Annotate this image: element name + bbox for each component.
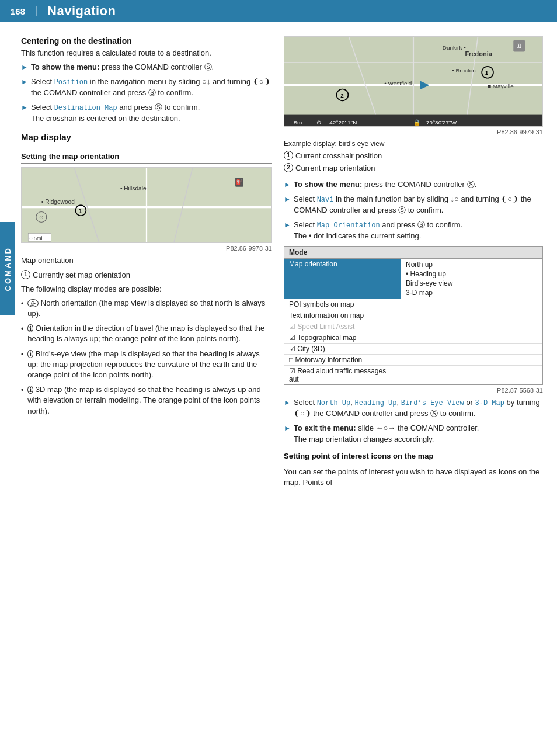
svg-text:42°20' 1"N: 42°20' 1"N (329, 119, 357, 126)
right-item-1: 1 Current crosshair position (284, 151, 543, 161)
right-bullet-exit-text: To exit the menu: slide ←○→ the COMAND c… (294, 423, 543, 444)
mode-read-aloud[interactable]: ☑ Read aloud traffic messages aut (284, 366, 401, 384)
header-bar: 168 Navigation (0, 0, 557, 22)
poi-heading: Setting point of interest icons on the m… (284, 452, 543, 463)
mode-motorway[interactable]: □ Motorway information (284, 355, 401, 365)
mode-menu-row-7: □ Motorway information (284, 355, 542, 366)
section-poi: Setting point of interest icons on the m… (284, 452, 543, 488)
mode-right-empty-7 (401, 355, 542, 365)
right-bullet-menu-text: To show the menu: press the COMAND contr… (294, 179, 543, 190)
circle-num-1: 1 (21, 270, 30, 279)
map-svg-2: Fredonia Dunkirk • • Brocton • Westfield… (284, 37, 542, 127)
svg-text:⛽: ⛽ (236, 179, 243, 186)
mode-menu: Mode Map orientation North up • Heading … (284, 246, 543, 385)
mode-right-col: North up • Heading up Bird's-eye view 3-… (401, 259, 542, 299)
mode-right-empty-8 (401, 366, 542, 384)
bullet-select-position: ► Select Position in the navigation menu… (21, 77, 272, 98)
left-column: Centering on the destination This functi… (21, 36, 272, 491)
mode-right-empty-5 (401, 332, 542, 343)
bullet-select-position-text: Select Position in the navigation menu b… (31, 77, 272, 98)
page-number: 168 (11, 6, 37, 16)
right-bullet-select-north: ► Select North Up, Heading Up, Bird’s Ey… (284, 397, 543, 419)
mode-right-empty-6 (401, 344, 542, 354)
right-bullet-select-north-text: Select North Up, Heading Up, Bird’s Eye … (294, 397, 543, 419)
map-orientation-subheading: Setting the map orientation (21, 152, 272, 164)
circle-num-r1: 1 (284, 151, 293, 160)
right-item-2-text: Current map orientation (295, 163, 375, 174)
arrow-r1: ► (284, 180, 291, 190)
circle-num-r2: 2 (284, 163, 293, 172)
mode-menu-row-2: POI symbols on map (284, 299, 542, 310)
orient-item-1-text: Currently set map orientation (33, 270, 130, 280)
svg-text:1: 1 (79, 208, 82, 214)
svg-text:0.5mi: 0.5mi (30, 235, 43, 241)
section-centering: Centering on the destination This functi… (21, 36, 272, 124)
dot-north-text: ⌮ North orientation (the map view is dis… (27, 298, 272, 319)
right-item-2: 2 Current map orientation (284, 163, 543, 174)
right-column: Fredonia Dunkirk • • Brocton • Westfield… (284, 36, 543, 491)
right-bullet-navi-text: Select Navi in the main function bar by … (294, 194, 543, 216)
mode-3d: 3-D map (406, 288, 538, 297)
svg-text:5m: 5m (294, 119, 302, 126)
bullet-select-destmap: ► Select Destination Map and press Ⓢ to … (21, 102, 272, 124)
svg-text:2: 2 (340, 92, 344, 99)
dot-north: • ⌮ North orientation (the map view is d… (21, 298, 272, 319)
main-content: Centering on the destination This functi… (0, 22, 557, 501)
dot-3d-text: ℹ 3D map (the map is displayed so that t… (27, 384, 272, 417)
mode-text-info[interactable]: Text information on map (284, 310, 401, 321)
mode-poi[interactable]: POI symbols on map (284, 299, 401, 310)
mode-menu-row-4: ☑ Speed Limit Assist (284, 321, 542, 332)
mode-right-empty-3 (401, 310, 542, 321)
svg-text:⊙: ⊙ (39, 214, 44, 220)
mode-heading-up: • Heading up (406, 269, 538, 279)
arrow-r5: ► (284, 424, 291, 434)
right-bullet-exit: ► To exit the menu: slide ←○→ the COMAND… (284, 423, 543, 444)
menu-caption: P82.87-5568-31 (284, 387, 543, 394)
right-item-1-text: Current crosshair position (295, 151, 382, 161)
mode-menu-row-8: ☑ Read aloud traffic messages aut (284, 366, 542, 384)
dot-marker-3: • (21, 350, 23, 360)
dot-marker-1: • (21, 299, 23, 309)
svg-text:• Brocton: • Brocton (452, 67, 476, 74)
mode-menu-row-5: ☑ Topographical map (284, 332, 542, 344)
map-svg-1: • Ridgewood • Hillsdale 1 0.5mi ⊙ ⛽ (22, 168, 271, 243)
mode-topographical[interactable]: ☑ Topographical map (284, 332, 401, 343)
mode-right-empty-4 (401, 321, 542, 332)
svg-text:79°30'27"W: 79°30'27"W (426, 119, 457, 126)
bullet-select-destmap-text: Select Destination Map and press Ⓢ to co… (31, 102, 272, 124)
bullet-show-menu: ► To show the menu: press the COMAND con… (21, 62, 272, 72)
svg-text:1: 1 (485, 70, 489, 76)
section-centering-para: This function requires a calculated rout… (21, 48, 272, 58)
svg-text:Fredonia: Fredonia (465, 50, 492, 57)
mode-menu-container: Mode Map orientation North up • Heading … (284, 246, 543, 394)
poi-para: You can set the points of interest you w… (284, 467, 543, 488)
dot-marker-2: • (21, 324, 23, 334)
svg-text:• Ridgewood: • Ridgewood (41, 199, 75, 205)
bullet-show-menu-text: To show the menu: press the COMAND contr… (31, 62, 272, 72)
map-orient-label: Map orientation (21, 255, 272, 266)
arrow-r4: ► (284, 398, 291, 408)
dot-3d: • ℹ 3D map (the map is displayed so that… (21, 384, 272, 417)
svg-text:⊙: ⊙ (316, 119, 321, 126)
mode-map-orientation[interactable]: Map orientation (284, 259, 401, 299)
section-map-display: Map display Setting the map orientation … (21, 132, 272, 416)
right-bullet-menu: ► To show the menu: press the COMAND con… (284, 179, 543, 190)
orient-item-1: 1 Currently set map orientation (21, 270, 272, 280)
arrow-icon: ► (21, 63, 28, 72)
dot-direction-text: ℹ Orientation in the direction of travel… (27, 323, 272, 344)
mode-birds: Bird's-eye view (406, 279, 538, 288)
dot-birds: • ℹ Bird's-eye view (the map is displaye… (21, 349, 272, 381)
arrow-icon-2: ► (21, 77, 28, 87)
page-title: Navigation (47, 4, 116, 19)
right-map-section: Fredonia Dunkirk • • Brocton • Westfield… (284, 36, 543, 174)
mode-right-empty-2 (401, 299, 542, 310)
mode-speed-limit[interactable]: ☑ Speed Limit Assist (284, 321, 401, 332)
map-image-2: Fredonia Dunkirk • • Brocton • Westfield… (284, 36, 543, 127)
mode-menu-row-1: Map orientation North up • Heading up Bi… (284, 259, 542, 299)
map1-caption: P82.86-9978-31 (21, 245, 272, 252)
map2-caption: P82.86-9979-31 (284, 129, 543, 136)
mode-city3d[interactable]: ☑ City (3D) (284, 344, 401, 354)
mode-menu-row-6: ☑ City (3D) (284, 344, 542, 355)
arrow-r3: ► (284, 220, 291, 230)
mode-north-up: North up (406, 260, 538, 269)
